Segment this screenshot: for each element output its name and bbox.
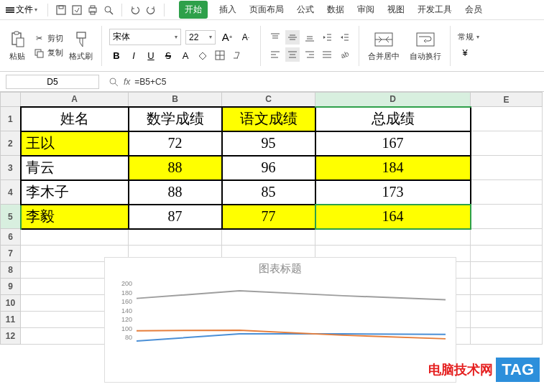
cell-D2[interactable]: 167 — [315, 131, 471, 156]
cell-D6[interactable] — [315, 229, 471, 246]
redo-icon[interactable] — [145, 4, 157, 16]
cell-E4[interactable] — [471, 180, 543, 205]
orientation-icon[interactable]: ab — [337, 47, 351, 62]
format-painter-button[interactable]: 格式刷 — [68, 28, 94, 63]
search-icon[interactable] — [108, 76, 119, 88]
currency-icon[interactable]: ¥ — [458, 45, 472, 60]
cell-E9[interactable] — [471, 279, 543, 295]
increase-indent-icon[interactable] — [337, 30, 351, 45]
cell-E10[interactable] — [471, 295, 543, 312]
align-center-icon[interactable] — [285, 47, 300, 62]
undo-icon[interactable] — [129, 4, 141, 16]
col-header-A[interactable]: A — [21, 93, 129, 107]
cell-D1[interactable]: 总成绩 — [315, 107, 471, 131]
align-right-icon[interactable] — [303, 47, 317, 62]
cell-E3[interactable] — [471, 156, 543, 180]
paste-button[interactable]: 粘贴 — [6, 28, 29, 63]
cell-D5[interactable]: 164 — [315, 205, 471, 229]
fx-label[interactable]: fx — [124, 77, 130, 87]
cell-C4[interactable]: 85 — [222, 180, 315, 205]
row-header-6[interactable]: 6 — [1, 229, 21, 246]
align-middle-icon[interactable] — [285, 30, 300, 45]
underline-button[interactable]: U — [144, 48, 158, 62]
font-name-select[interactable]: 宋体▾ — [109, 29, 181, 45]
col-header-E[interactable]: E — [471, 93, 543, 107]
cell-A4[interactable]: 李木子 — [21, 180, 129, 205]
cell-E6[interactable] — [471, 229, 543, 246]
merge-center-button[interactable]: 合并居中 — [366, 28, 401, 63]
row-header-4[interactable]: 4 — [1, 180, 21, 205]
col-header-C[interactable]: C — [222, 93, 315, 107]
row-header-3[interactable]: 3 — [1, 156, 21, 180]
row-header-12[interactable]: 12 — [1, 328, 21, 345]
row-header-7[interactable]: 7 — [1, 246, 21, 262]
tab-审阅[interactable]: 审阅 — [356, 1, 376, 19]
cell-B6[interactable] — [129, 229, 222, 246]
save-as-icon[interactable] — [71, 4, 83, 16]
cell-C2[interactable]: 95 — [222, 131, 315, 156]
number-format-select[interactable]: 常规 ▾ — [458, 32, 479, 42]
row-header-1[interactable]: 1 — [1, 107, 21, 131]
cell-E12[interactable] — [471, 328, 543, 345]
print-preview-icon[interactable] — [103, 4, 114, 16]
cell-E8[interactable] — [471, 262, 543, 279]
tab-公式[interactable]: 公式 — [295, 1, 315, 19]
cut-button[interactable]: ✂ 剪切 — [33, 33, 63, 45]
tab-开始[interactable]: 开始 — [179, 1, 208, 19]
cell-A2[interactable]: 王以 — [21, 131, 129, 156]
cell-E11[interactable] — [471, 312, 543, 328]
cell-C3[interactable]: 96 — [222, 156, 315, 180]
row-header-10[interactable]: 10 — [1, 295, 21, 312]
wrap-text-button[interactable]: 自动换行 — [408, 28, 443, 63]
tab-数据[interactable]: 数据 — [326, 1, 346, 19]
justify-icon[interactable] — [320, 47, 334, 62]
decrease-indent-icon[interactable] — [320, 30, 334, 45]
fill-color-button[interactable] — [195, 48, 210, 62]
tab-插入[interactable]: 插入 — [218, 1, 238, 19]
cell-E5[interactable] — [471, 205, 543, 229]
tab-视图[interactable]: 视图 — [386, 1, 406, 19]
chart[interactable]: 图表标题 80100120140160180200 — [104, 257, 456, 383]
row-header-11[interactable]: 11 — [1, 312, 21, 328]
cell-B3[interactable]: 88 — [129, 156, 222, 180]
copy-button[interactable]: 复制 — [33, 47, 63, 59]
cell-C6[interactable] — [222, 229, 315, 246]
strikethrough-button[interactable]: S̶ — [161, 48, 175, 62]
row-header-9[interactable]: 9 — [1, 279, 21, 295]
cell-A5[interactable]: 李毅 — [21, 205, 129, 229]
cell-A1[interactable]: 姓名 — [21, 107, 129, 131]
cell-D3[interactable]: 184 — [315, 156, 471, 180]
cell-B4[interactable]: 88 — [129, 180, 222, 205]
tab-会员[interactable]: 会员 — [464, 1, 484, 19]
name-box[interactable]: D5 — [6, 75, 99, 89]
font-size-select[interactable]: 22▾ — [185, 30, 216, 45]
cell-E7[interactable] — [471, 246, 543, 262]
row-header-2[interactable]: 2 — [1, 131, 21, 156]
cell-A3[interactable]: 青云 — [21, 156, 129, 180]
col-header-B[interactable]: B — [129, 93, 222, 107]
clear-format-button[interactable] — [230, 48, 244, 62]
cell-C5[interactable]: 77 — [222, 205, 315, 229]
formula-input[interactable]: =B5+C5 — [134, 77, 166, 87]
print-icon[interactable] — [87, 4, 98, 16]
cell-B5[interactable]: 87 — [129, 205, 222, 229]
align-top-icon[interactable] — [268, 30, 282, 45]
bold-button[interactable]: B — [109, 48, 124, 62]
file-menu[interactable]: 文件 ▾ — [3, 2, 40, 17]
align-bottom-icon[interactable] — [303, 30, 317, 45]
align-left-icon[interactable] — [268, 47, 282, 62]
tab-页面布局[interactable]: 页面布局 — [248, 1, 285, 19]
borders-button[interactable] — [213, 48, 227, 62]
row-header-5[interactable]: 5 — [1, 205, 21, 229]
cell-C1[interactable]: 语文成绩 — [222, 107, 315, 131]
font-color-button[interactable]: A — [178, 48, 193, 62]
spreadsheet-grid[interactable]: ABCDE1姓名数学成绩语文成绩总成绩2王以72951673青云88961844… — [0, 92, 544, 345]
row-header-8[interactable]: 8 — [1, 262, 21, 279]
increase-font-icon[interactable]: A+ — [220, 30, 234, 45]
cell-B2[interactable]: 72 — [129, 131, 222, 156]
cell-B1[interactable]: 数学成绩 — [129, 107, 222, 131]
cell-E1[interactable] — [471, 107, 543, 131]
italic-button[interactable]: I — [126, 48, 141, 62]
cell-E2[interactable] — [471, 131, 543, 156]
save-icon[interactable] — [55, 4, 67, 16]
